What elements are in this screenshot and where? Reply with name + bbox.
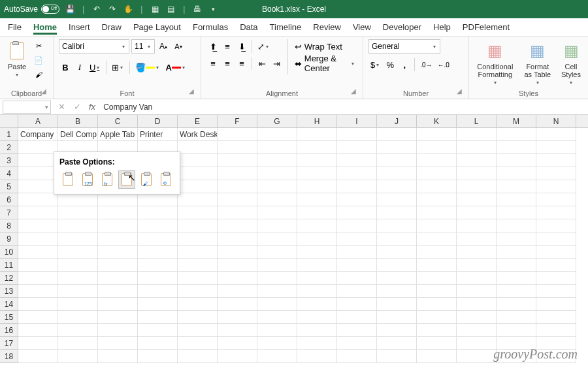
cell[interactable] [536,259,576,272]
col-header-L[interactable]: L [457,115,497,127]
cell[interactable] [417,350,457,363]
cell[interactable] [457,193,497,206]
cell[interactable] [417,180,457,193]
merge-center-button[interactable]: ⬌Merge & Center▾ [293,56,357,71]
cell[interactable] [377,154,417,167]
row-header-6[interactable]: 6 [0,193,18,206]
cell[interactable] [58,219,98,232]
paste-option-values[interactable]: 123 [79,170,96,189]
number-format-select[interactable]: General▾ [368,39,440,54]
cell[interactable] [297,324,337,337]
dialog-launcher-icon[interactable]: ◢ [41,88,46,95]
cell[interactable] [58,193,98,206]
cell[interactable] [257,219,297,232]
cell[interactable] [417,167,457,180]
increase-decimal-icon[interactable]: .0→ [418,57,434,72]
comma-button[interactable]: , [398,57,411,72]
cell[interactable] [377,193,417,206]
cell[interactable] [178,298,218,311]
cell[interactable] [536,219,576,232]
grid-icon[interactable]: ▤ [165,4,176,14]
cell[interactable] [417,324,457,337]
cell[interactable] [138,246,178,259]
cell[interactable] [138,232,178,246]
percent-button[interactable]: % [384,57,397,72]
cell[interactable] [138,219,178,232]
dialog-launcher-icon[interactable]: ◢ [351,88,356,95]
save-icon[interactable]: 💾 [65,4,75,14]
cell[interactable] [536,206,576,219]
cell[interactable] [457,298,497,311]
cell[interactable] [218,141,257,154]
cell[interactable] [257,141,297,154]
cell[interactable] [417,141,457,154]
cell[interactable] [497,180,536,193]
copy-icon[interactable]: 📄 [31,54,46,67]
cell[interactable] [497,154,536,167]
cell[interactable] [218,232,257,246]
cell[interactable] [536,272,576,285]
cell[interactable] [457,206,497,219]
cell[interactable] [457,259,497,272]
cell[interactable] [98,259,138,272]
cell[interactable] [417,219,457,232]
align-center-icon[interactable]: ≡ [221,56,234,71]
cell[interactable] [98,206,138,219]
cell[interactable] [297,232,337,246]
cell[interactable] [98,350,138,363]
cell-styles-button[interactable]: ▦ Cell Styles▾ [559,39,583,87]
cell[interactable] [98,311,138,324]
cell[interactable] [138,272,178,285]
cell[interactable] [138,350,178,363]
cell[interactable] [178,180,218,193]
cell[interactable] [18,193,58,206]
col-header-B[interactable]: B [58,115,98,127]
font-name-select[interactable]: Calibri▾ [59,39,129,54]
paste-button[interactable]: Paste ▾ [5,39,29,79]
cell[interactable] [536,128,576,141]
orientation-icon[interactable]: ⤢▾ [255,39,272,54]
cell[interactable]: Dell Comp [58,128,98,141]
cell[interactable] [497,141,536,154]
cell[interactable] [98,193,138,206]
cell[interactable] [138,259,178,272]
cell[interactable] [18,232,58,246]
cell[interactable] [297,337,337,350]
cell[interactable] [218,128,257,141]
row-header-4[interactable]: 4 [0,167,18,180]
increase-indent-icon[interactable]: ⇥ [270,56,283,71]
cell[interactable] [337,285,377,298]
cell[interactable] [257,246,297,259]
undo-icon[interactable]: ↶ [91,4,102,14]
cell[interactable] [377,272,417,285]
cell[interactable] [58,272,98,285]
cell[interactable] [497,128,536,141]
cell[interactable] [58,206,98,219]
row-header-14[interactable]: 14 [0,298,18,311]
cell[interactable] [257,311,297,324]
cell[interactable] [457,324,497,337]
cell[interactable] [457,219,497,232]
cell[interactable] [536,311,576,324]
cell[interactable]: Apple Tab [98,128,138,141]
row-header-18[interactable]: 18 [0,350,18,363]
cell[interactable] [337,128,377,141]
col-header-C[interactable]: C [98,115,138,127]
cell[interactable] [18,337,58,350]
cell[interactable] [138,193,178,206]
cell[interactable] [18,141,58,154]
cell[interactable] [377,232,417,246]
cell[interactable]: Work Desk [178,128,218,141]
cell[interactable] [257,193,297,206]
cell[interactable] [337,193,377,206]
cell[interactable] [98,285,138,298]
cell[interactable] [18,259,58,272]
cell[interactable] [417,206,457,219]
align-left-icon[interactable]: ≡ [206,56,220,71]
cell[interactable] [377,219,417,232]
cell[interactable] [497,298,536,311]
cell[interactable] [377,337,417,350]
name-box[interactable] [3,101,51,114]
cell[interactable] [497,285,536,298]
cell[interactable] [178,246,218,259]
